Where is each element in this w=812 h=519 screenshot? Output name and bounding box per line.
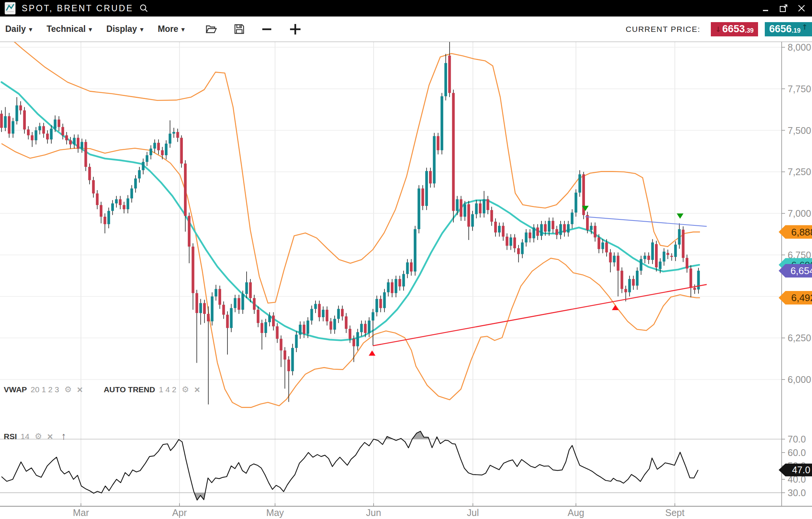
candle-bearish [513,237,516,248]
gear-icon[interactable]: ⚙ [34,432,42,441]
candle-bearish [23,110,26,129]
candle-bearish [670,256,673,257]
candle-bullish [360,324,363,332]
current-price-label: CURRENT PRICE: [626,25,700,34]
month-label: Mar [73,507,89,518]
ask-price-dec: .19 [792,27,801,36]
candle-bearish [536,228,539,236]
save-icon[interactable] [234,24,244,34]
candle-bearish [517,248,520,254]
candle-bullish [590,226,592,230]
candle-bullish [464,204,466,217]
candle-bullish [372,312,374,321]
chart-canvas[interactable]: MarAprMayJunJulAugSept8,0007,7507,5007,2… [0,0,812,519]
menu-more[interactable]: More ▼ [158,24,185,34]
search-icon[interactable] [139,4,148,13]
candle-bullish [4,116,7,128]
candle-bearish [119,199,121,205]
candle-bearish [284,350,286,359]
rsi-legend-params: 14 [21,432,29,441]
candle-bearish [598,237,600,249]
zoom-in-icon[interactable] [289,23,301,35]
candle-bearish [58,120,60,127]
candle-bullish [199,303,202,313]
candle-bullish [230,308,233,328]
menu-daily[interactable]: Daily ▼ [5,24,32,34]
candle-bullish [601,243,604,249]
open-folder-icon[interactable] [206,24,217,34]
candle-bearish [0,114,3,128]
candle-bullish [441,96,443,150]
gear-icon[interactable]: ⚙ [64,385,72,394]
candle-bullish [295,334,298,348]
candle-bullish [73,138,76,144]
month-label: Sept [665,507,684,518]
minimize-button[interactable] [762,4,770,12]
candle-bearish [207,314,209,321]
rsi-tick-label: 60.0 [788,447,806,458]
price-badge-label: 6,654.79 [790,265,812,276]
candle-bearish [617,256,619,271]
candle-bullish [425,171,428,206]
gear-icon[interactable]: ⚙ [182,385,189,394]
candle-bearish [379,299,382,308]
close-icon[interactable]: × [194,386,200,393]
candle-bullish [628,279,631,292]
menu-technical[interactable]: Technical ▼ [46,24,92,34]
rsi-tick-label: 70.0 [788,434,806,444]
candle-bullish [559,224,562,235]
candle-bullish [532,228,535,238]
candle-bullish [674,244,677,257]
candle-bullish [81,142,83,149]
candle-bearish [348,329,351,339]
candle-bearish [329,321,332,330]
candle-bearish [632,279,635,286]
popout-button[interactable] [779,4,788,13]
candle-bearish [605,243,608,253]
candle-bearish [345,316,347,329]
candle-bearish [287,360,290,371]
candle-bearish [609,252,612,262]
candle-bullish [130,189,133,199]
rsi-line [1,431,698,500]
close-button[interactable] [797,4,806,13]
candle-bullish [241,294,244,310]
expand-pane-icon[interactable]: ↑ [61,430,66,442]
candle-bearish [621,271,623,289]
month-label: Jun [366,507,381,518]
bid-price-dec: .39 [745,27,754,36]
candle-bullish [265,322,267,333]
candle-bearish [467,204,470,227]
close-icon[interactable]: × [47,433,53,440]
candle-bullish [402,274,405,286]
candle-bearish [398,279,401,286]
candle-bearish [161,150,164,155]
price-tick-label: 7,750 [788,84,811,94]
candle-bullish [165,144,167,155]
candle-bullish [471,214,474,226]
candle-bearish [249,282,252,298]
candle-bearish [103,217,106,224]
candle-bearish [364,324,366,333]
candle-bullish [138,170,141,178]
candle-bearish [96,194,99,205]
bollinger-upper-line [1,31,700,303]
candle-bearish [391,282,393,293]
candle-bullish [548,221,550,232]
candle-bearish [429,171,432,183]
candle-bullish [153,143,156,149]
close-icon[interactable]: × [77,386,82,393]
candle-bearish [490,210,493,222]
candle-bearish [410,262,413,272]
candle-bearish [61,127,64,135]
candle-bearish [157,143,160,150]
menu-display[interactable]: Display ▼ [106,24,144,34]
candle-bearish [184,164,187,216]
candle-bearish [176,132,179,138]
arrow-down-icon: ↓ [715,25,721,33]
candle-bullish [108,211,110,224]
rsi-legend-name: RSI [4,432,17,441]
vwap-legend: VWAP 20 1 2 3 ⚙ × AUTO TREND 1 4 2 ⚙ × [4,385,200,394]
zoom-out-icon[interactable] [262,24,272,34]
title-bar: SPOT, BRENT CRUDE [0,0,812,16]
